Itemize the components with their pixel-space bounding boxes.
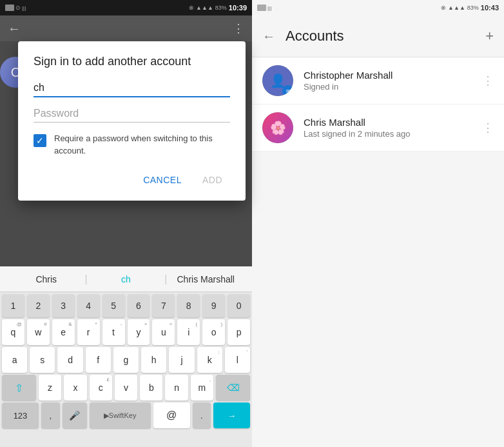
key-v[interactable]: v xyxy=(115,375,137,401)
keyboard-area: Chris | ch | Chris Marshall 1 2 3 4 5 6 … xyxy=(0,266,252,447)
password-field-wrapper xyxy=(34,105,230,123)
key-y[interactable]: +y xyxy=(128,319,150,345)
key-f[interactable]: f xyxy=(86,347,111,373)
avatar-circle-chris: 🌸 xyxy=(262,112,293,143)
key-g[interactable]: g xyxy=(113,347,139,373)
key-z[interactable]: z xyxy=(39,375,61,401)
key-j[interactable]: j xyxy=(169,347,194,373)
suggestion-right[interactable]: Chris Marshall xyxy=(167,274,244,284)
asdf-row: a s d f g h j ;k 'l xyxy=(2,347,250,373)
key-5[interactable]: 5 xyxy=(102,294,125,317)
keyboard-suggestions: Chris | ch | Chris Marshall xyxy=(0,266,252,292)
key-123-label: 123 xyxy=(14,411,28,421)
key-i[interactable]: (i xyxy=(177,319,200,345)
key-period[interactable]: . xyxy=(193,402,211,428)
key-8[interactable]: 8 xyxy=(177,294,200,317)
key-comma[interactable]: , xyxy=(41,402,60,428)
dialog-buttons: CANCEL ADD xyxy=(34,170,230,190)
avatar-initial-christopher: 👤 xyxy=(270,73,286,88)
mute-icon-r: ⊗ xyxy=(441,5,446,11)
cancel-button[interactable]: CANCEL xyxy=(135,170,189,190)
bar-icon-r: ||| xyxy=(267,5,271,11)
back-arrow-icon[interactable]: ← xyxy=(8,21,21,36)
key-2[interactable]: 2 xyxy=(27,294,50,317)
key-u[interactable]: =u xyxy=(152,319,175,345)
key-r[interactable]: *r xyxy=(77,319,100,345)
key-period-label: . xyxy=(200,411,203,421)
mute-icon: ⊗ xyxy=(189,5,194,11)
more-options-chris[interactable]: ⋮ xyxy=(482,121,494,135)
key-e[interactable]: &e xyxy=(52,319,75,345)
key-1[interactable]: 1 xyxy=(2,294,24,317)
account-status-christopher: Signed in xyxy=(304,82,472,92)
key-6[interactable]: 6 xyxy=(128,294,150,317)
backspace-key[interactable]: ⌫ xyxy=(216,375,250,401)
status-bar-right: ||| ⊗ ▲▲▲ 83% 10:43 xyxy=(252,0,504,15)
status-icons-left: ⊙ ||| xyxy=(5,5,26,11)
bar-icon: ||| xyxy=(22,5,26,11)
key-at[interactable]: @ xyxy=(153,402,190,428)
back-button[interactable]: ← xyxy=(262,29,275,44)
swiftkey-logo: ▶SwiftKey xyxy=(104,412,137,420)
username-field-wrapper xyxy=(34,79,230,97)
key-4[interactable]: 4 xyxy=(77,294,100,317)
menu-icon[interactable]: ⋮ xyxy=(233,21,244,35)
key-c[interactable]: £c xyxy=(90,375,112,401)
key-o[interactable]: )o xyxy=(202,319,225,345)
messenger-badge: ✉ xyxy=(282,85,293,96)
key-swiftkey[interactable]: ▶SwiftKey xyxy=(90,402,151,428)
key-y-sub: + xyxy=(144,321,148,327)
key-d[interactable]: d xyxy=(57,347,82,373)
key-0[interactable]: 0 xyxy=(228,294,250,317)
enter-key[interactable]: → xyxy=(213,402,250,428)
key-mic[interactable]: 🎤 xyxy=(63,402,87,428)
key-m[interactable]: ,m xyxy=(191,375,213,401)
key-s[interactable]: s xyxy=(30,347,55,373)
key-t-sub: - xyxy=(121,321,122,327)
account-item-chris[interactable]: 🌸 Chris Marshall Last signed in 2 minute… xyxy=(252,104,504,152)
account-item-christopher[interactable]: 👤 ✉ Christopher Marshall Signed in ⋮ xyxy=(252,57,504,104)
account-name-chris: Chris Marshall xyxy=(304,117,472,128)
add-account-button[interactable]: + xyxy=(485,28,494,45)
key-p[interactable]: p xyxy=(228,319,250,345)
key-k-sub: ; xyxy=(218,349,220,355)
add-button[interactable]: ADD xyxy=(195,170,230,190)
checkbox-row: ✓ Require a password when switching to t… xyxy=(34,133,230,156)
account-avatar-christopher: 👤 ✉ xyxy=(262,65,293,96)
arrow-icon: → xyxy=(228,411,236,421)
battery-text: 83% xyxy=(215,5,227,11)
account-avatar-chris: 🌸 xyxy=(262,112,293,143)
key-h[interactable]: h xyxy=(141,347,166,373)
time-right: 10:43 xyxy=(481,4,499,12)
key-t[interactable]: -t xyxy=(102,319,125,345)
status-icons-right-left: ||| xyxy=(257,5,271,11)
key-k[interactable]: ;k xyxy=(197,347,222,373)
require-password-checkbox[interactable]: ✓ xyxy=(34,134,46,147)
key-b[interactable]: b xyxy=(140,375,162,401)
username-input[interactable] xyxy=(34,79,230,97)
suggestion-middle[interactable]: ch xyxy=(88,274,165,284)
key-e-sub: & xyxy=(68,321,72,327)
more-options-christopher[interactable]: ⋮ xyxy=(482,74,494,88)
key-q[interactable]: @q xyxy=(2,319,24,345)
key-a[interactable]: a xyxy=(2,347,27,373)
key-w-sub: # xyxy=(44,321,46,327)
suggestion-left[interactable]: Chris xyxy=(8,274,85,284)
key-i-sub: ( xyxy=(196,321,198,327)
key-x[interactable]: x xyxy=(64,375,86,401)
shift-key[interactable]: ⇧ xyxy=(2,375,36,401)
key-w[interactable]: #w xyxy=(27,319,50,345)
key-7[interactable]: 7 xyxy=(152,294,175,317)
key-9[interactable]: 9 xyxy=(202,294,225,317)
number-row: 1 2 3 4 5 6 7 8 9 0 xyxy=(2,294,250,317)
key-l[interactable]: 'l xyxy=(225,347,250,373)
account-status-chris: Last signed in 2 minutes ago xyxy=(304,129,472,139)
key-3[interactable]: 3 xyxy=(52,294,75,317)
time-left: 10:39 xyxy=(229,4,247,12)
zxcv-row: ⇧ z x £c v b n ,m ⌫ xyxy=(2,375,250,401)
password-input[interactable] xyxy=(34,105,230,123)
key-123[interactable]: 123 xyxy=(2,402,39,428)
key-c-sub: £ xyxy=(106,377,109,382)
key-n[interactable]: n xyxy=(165,375,188,401)
account-name-christopher: Christopher Marshall xyxy=(304,70,472,81)
